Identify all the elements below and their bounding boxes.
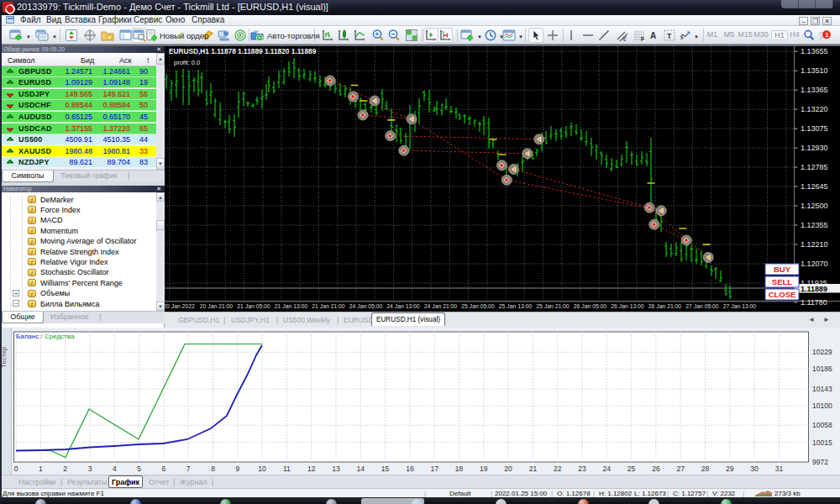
svg-text:EURUSD,H1 1.11878 1.11889 1.1: EURUSD,H1 1.11878 1.11889 1.11820 1.1188… <box>169 47 317 55</box>
svg-text:21: 21 <box>529 465 538 473</box>
svg-text:25 Jan 21:00: 25 Jan 21:00 <box>536 303 570 309</box>
svg-text:19: 19 <box>480 465 488 473</box>
svg-text:27: 27 <box>676 465 685 473</box>
svg-text:1.12070: 1.12070 <box>801 260 828 268</box>
svg-text:9: 9 <box>235 465 239 473</box>
svg-text:1.13075: 1.13075 <box>801 124 828 133</box>
svg-text:23: 23 <box>578 465 586 473</box>
svg-text:21 Jan 13:00: 21 Jan 13:00 <box>275 303 308 309</box>
svg-text:14: 14 <box>357 465 365 473</box>
svg-text:10186: 10186 <box>812 365 832 373</box>
svg-text:16: 16 <box>406 465 414 473</box>
svg-text:24 Jan 05:00: 24 Jan 05:00 <box>349 303 383 309</box>
svg-text:24 Jan 13:00: 24 Jan 13:00 <box>386 303 420 309</box>
svg-text:1.13510: 1.13510 <box>801 66 828 75</box>
svg-text:26 Jan 21:00: 26 Jan 21:00 <box>648 303 682 309</box>
svg-text:25: 25 <box>627 465 636 473</box>
svg-text:20 Jan 21:00: 20 Jan 21:00 <box>200 303 234 309</box>
svg-text:7: 7 <box>186 465 191 473</box>
svg-text:21 Jan 05:00: 21 Jan 05:00 <box>237 303 270 309</box>
svg-text:10143: 10143 <box>812 385 832 393</box>
svg-text:1: 1 <box>39 465 43 473</box>
svg-text:18: 18 <box>455 465 464 473</box>
svg-text:25 Jan 05:00: 25 Jan 05:00 <box>461 303 495 309</box>
svg-text:22: 22 <box>554 465 562 473</box>
svg-text:30: 30 <box>750 465 759 473</box>
svg-text:CLOSE: CLOSE <box>769 290 796 299</box>
svg-text:26: 26 <box>652 465 660 473</box>
svg-text:12: 12 <box>307 465 316 473</box>
svg-text:28: 28 <box>701 465 710 473</box>
svg-text:27 Jan 13:00: 27 Jan 13:00 <box>723 303 757 309</box>
svg-text:20 Jan 2022: 20 Jan 2022 <box>165 303 195 309</box>
svg-text:2: 2 <box>63 465 67 473</box>
svg-text:1.12355: 1.12355 <box>801 221 828 229</box>
svg-text:24: 24 <box>603 465 612 473</box>
svg-text:0: 0 <box>14 465 18 473</box>
svg-text:26 Jan 05:00: 26 Jan 05:00 <box>574 303 607 309</box>
svg-text:1: 1 <box>826 32 829 38</box>
svg-text:3: 3 <box>88 465 92 473</box>
svg-text:11: 11 <box>283 465 291 473</box>
svg-text:F: F <box>641 36 644 42</box>
svg-text:1.13220: 1.13220 <box>801 105 828 113</box>
svg-text:1.12930: 1.12930 <box>801 144 828 152</box>
svg-text:17: 17 <box>430 465 438 473</box>
svg-text:13: 13 <box>332 465 340 473</box>
svg-text:10015: 10015 <box>812 438 832 447</box>
svg-text:24 Jan 21:00: 24 Jan 21:00 <box>424 303 458 309</box>
svg-text:T: T <box>667 32 672 40</box>
svg-text:1.11780: 1.11780 <box>801 298 827 307</box>
svg-text:1.11889: 1.11889 <box>801 285 827 293</box>
svg-text:E: E <box>623 37 627 42</box>
svg-text:21 Jan 21:00: 21 Jan 21:00 <box>312 303 345 309</box>
svg-text:10100: 10100 <box>812 402 832 410</box>
svg-text:Баланс / Средства: Баланс / Средства <box>16 333 75 340</box>
svg-text:27 Jan 05:00: 27 Jan 05:00 <box>685 303 719 309</box>
svg-text:profit: 0.0: profit: 0.0 <box>174 59 200 66</box>
svg-text:1.12210: 1.12210 <box>801 240 828 249</box>
svg-text:SELL: SELL <box>772 277 792 286</box>
svg-text:1.12785: 1.12785 <box>801 163 828 171</box>
svg-text:26 Jan 13:00: 26 Jan 13:00 <box>611 303 644 309</box>
svg-text:9972: 9972 <box>812 458 828 466</box>
svg-text:10: 10 <box>258 465 266 473</box>
svg-text:4: 4 <box>113 465 117 473</box>
svg-text:29: 29 <box>726 465 734 473</box>
svg-text:31: 31 <box>775 465 784 473</box>
svg-text:5: 5 <box>137 465 141 473</box>
svg-text:1.13365: 1.13365 <box>801 86 828 94</box>
svg-text:1.12500: 1.12500 <box>801 202 828 210</box>
svg-text:10058: 10058 <box>812 421 832 429</box>
svg-text:10229: 10229 <box>812 348 832 356</box>
svg-text:15: 15 <box>381 465 390 473</box>
svg-text:25 Jan 13:00: 25 Jan 13:00 <box>499 303 533 309</box>
svg-text:BUY: BUY <box>774 265 791 274</box>
svg-text:20: 20 <box>504 465 512 473</box>
svg-text:1.13655: 1.13655 <box>801 47 828 55</box>
svg-text:6: 6 <box>162 465 166 473</box>
svg-text:8: 8 <box>211 465 215 473</box>
svg-text:1.12645: 1.12645 <box>801 182 828 191</box>
